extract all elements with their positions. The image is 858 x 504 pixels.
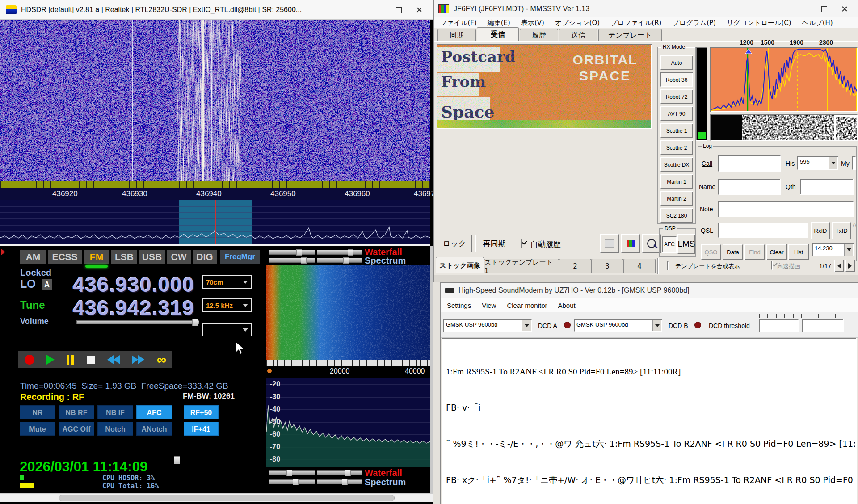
page-prev-button[interactable] — [834, 260, 844, 272]
menu-help[interactable]: ヘルプ(H) — [802, 19, 833, 27]
loop-button[interactable]: ∞ — [157, 355, 166, 365]
rx-mode-auto[interactable]: Auto — [660, 55, 693, 70]
pause-button[interactable] — [67, 355, 74, 365]
sstv-spectrum[interactable] — [710, 47, 858, 112]
gain-slider[interactable] — [177, 403, 177, 492]
mode-usb-button[interactable]: USB — [139, 250, 165, 264]
menu-settings[interactable]: Settings — [447, 302, 471, 309]
waterfall-gain-slider-bottom[interactable] — [269, 470, 315, 475]
mute-button[interactable]: Mute — [20, 422, 55, 436]
stop-button[interactable] — [87, 356, 95, 364]
find-button[interactable]: Find — [744, 244, 765, 260]
stock-template3-tab[interactable]: 3 — [591, 259, 623, 273]
rx-mode-robot72[interactable]: Robot 72 — [660, 89, 693, 104]
soundmodem-titlebar[interactable]: High-Speed SoundModem by UZ7HO - Ver 0.1… — [441, 283, 858, 298]
if-gain-button[interactable]: IF+41 — [184, 422, 219, 436]
txid-button[interactable]: TxID — [832, 222, 851, 239]
hdsdr-rf-waterfall[interactable] — [0, 20, 430, 181]
hdsdr-minimize-button[interactable] — [368, 1, 388, 19]
modem-a-select[interactable]: GMSK USP 9600bd — [443, 319, 532, 332]
hdsdr-maximize-button[interactable] — [388, 1, 409, 19]
mode-lsb-button[interactable]: LSB — [111, 250, 137, 264]
rewind-button[interactable] — [107, 355, 120, 364]
hdsdr-rf-spectrum[interactable] — [0, 200, 430, 244]
rx-mode-avt90[interactable]: AVT 90 — [660, 106, 693, 121]
agc-off-button[interactable]: AGC Off — [59, 422, 94, 436]
auto-history-checkbox[interactable] — [521, 239, 522, 248]
hdsdr-frequency-ruler[interactable] — [0, 181, 430, 188]
dsp-lms-button[interactable]: LMS — [677, 234, 695, 254]
data-button[interactable]: Data — [723, 244, 743, 260]
menu-view[interactable]: View — [482, 302, 496, 309]
rf-gain-button[interactable]: RF+50 — [184, 405, 219, 419]
mmsstv-minimize-button[interactable] — [793, 0, 814, 18]
mode-cw-button[interactable]: CW — [167, 250, 191, 264]
spectrum-contrast-slider[interactable] — [317, 258, 362, 263]
tab-sync[interactable]: 同期 — [437, 29, 476, 41]
stock-template4-tab[interactable]: 4 — [623, 259, 656, 273]
menu-program[interactable]: プログラム(P) — [672, 19, 716, 27]
his-rst-select[interactable]: 595 — [797, 156, 838, 170]
spectrum-contrast-slider-bottom[interactable] — [317, 479, 362, 484]
volume-slider-handle[interactable] — [192, 319, 198, 326]
call-field[interactable] — [718, 155, 781, 172]
mode-am-button[interactable]: AM — [20, 250, 46, 264]
qso-button[interactable]: QSO — [701, 244, 721, 260]
rxid-button[interactable]: RxID — [811, 222, 830, 239]
resync-button[interactable]: 再同期 — [475, 235, 513, 252]
lock-button[interactable]: ロック — [437, 235, 472, 252]
anotch-button[interactable]: ANotch — [136, 422, 172, 436]
tune-frequency[interactable]: 436.942.319 — [73, 295, 194, 320]
afc-button[interactable]: AFC — [136, 405, 172, 419]
menu-file[interactable]: ファイル(F) — [440, 19, 477, 27]
stock-template2-tab[interactable]: 2 — [559, 259, 591, 273]
mode-dig-button[interactable]: DIG — [193, 250, 217, 264]
threshold-slider-a[interactable] — [759, 319, 799, 332]
copy-image-button[interactable] — [600, 234, 619, 253]
menu-about[interactable]: About — [558, 302, 575, 309]
modem-b-select[interactable]: GMSK USP 9600bd — [574, 319, 662, 332]
waterfall-contrast-slider-bottom[interactable] — [317, 470, 362, 475]
overlay-template-checkbox[interactable] — [667, 261, 669, 270]
spectrum-gain-slider-bottom[interactable] — [269, 479, 315, 484]
volume-slider[interactable] — [76, 320, 199, 324]
note-field[interactable] — [718, 201, 854, 217]
menu-clear-monitor[interactable]: Clear monitor — [507, 302, 547, 309]
tab-transmit[interactable]: 送信 — [559, 29, 597, 41]
fast-draw-checkbox[interactable] — [771, 261, 773, 270]
band-select[interactable]: 70cm — [202, 275, 252, 289]
menu-view[interactable]: 表示(V) — [521, 19, 544, 27]
rx-mode-martin1[interactable]: Martin 1 — [660, 174, 693, 189]
rx-mode-scottiedx[interactable]: Scottie DX — [660, 157, 693, 172]
hdsdr-titlebar[interactable]: HDSDR [default] v2.81 a | Realtek | RTL2… — [0, 0, 433, 20]
mmsstv-close-button[interactable] — [834, 0, 855, 18]
play-button[interactable] — [46, 355, 55, 365]
lo-lock-button[interactable]: A — [42, 279, 52, 290]
hdsdr-horizontal-scrollbar[interactable] — [0, 493, 433, 502]
stock-image-tab[interactable]: ストック画像 — [436, 257, 484, 273]
qth-field[interactable] — [800, 179, 854, 195]
record-button[interactable] — [25, 355, 34, 365]
list-button[interactable]: List — [788, 244, 809, 260]
tab-receive[interactable]: 受信 — [477, 27, 519, 41]
audio-spectrum[interactable]: -20 -30 -40 -50 -60 -70 -80 — [266, 378, 430, 467]
menu-edit[interactable]: 編集(E) — [488, 19, 510, 27]
hdsdr-close-button[interactable] — [409, 1, 429, 19]
mode-ecss-button[interactable]: ECSS — [48, 250, 82, 264]
scrollbar-thumb[interactable] — [59, 495, 395, 501]
notch-button[interactable]: Notch — [97, 422, 133, 436]
mmsstv-titlebar[interactable]: JF6FYI (JF6FYI.MDT) - MMSSTV Ver 1.13 — [434, 0, 858, 17]
soundmodem-monitor[interactable]: 1:Fm RS95S-1 To R2ANF <I R R0 S0 Pid=F0 … — [442, 338, 857, 504]
mmsstv-maximize-button[interactable] — [814, 0, 834, 18]
nr-button[interactable]: NR — [20, 405, 55, 419]
rx-mode-martin2[interactable]: Martin 2 — [660, 191, 693, 206]
freqmgr-button[interactable]: FreqMgr — [220, 250, 260, 264]
menu-rig-control[interactable]: リグコントロール(C) — [727, 19, 791, 27]
menu-options[interactable]: オプション(O) — [555, 19, 600, 27]
log-freq-select[interactable]: 14.230 — [812, 243, 854, 256]
my-rst-select[interactable] — [852, 156, 856, 170]
waterfall-gain-slider[interactable] — [269, 250, 315, 255]
qsl-field[interactable] — [718, 223, 808, 238]
threshold-slider-b[interactable] — [802, 319, 844, 332]
stock-template1-tab[interactable]: ストックテンプレート 1 — [484, 259, 559, 273]
